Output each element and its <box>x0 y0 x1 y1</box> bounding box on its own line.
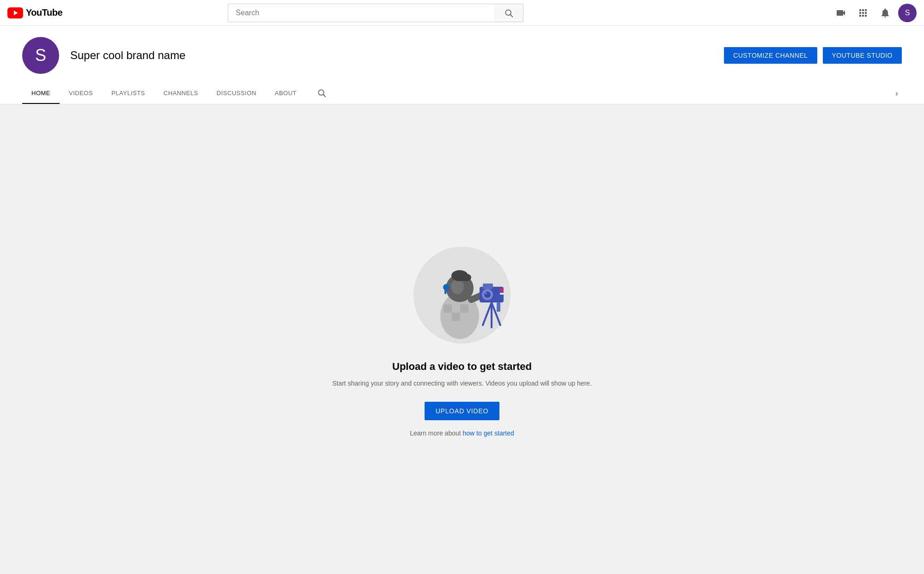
tab-channels[interactable]: CHANNELS <box>154 83 207 104</box>
search-tabs-icon <box>317 88 326 97</box>
svg-rect-24 <box>500 293 504 295</box>
svg-point-22 <box>485 292 487 294</box>
avatar-initial: S <box>905 9 910 17</box>
illustration <box>411 244 513 346</box>
upload-video-button[interactable] <box>832 4 850 22</box>
empty-state-description: Start sharing your story and connecting … <box>332 378 592 388</box>
search-bar <box>228 4 523 22</box>
svg-line-3 <box>511 14 513 17</box>
svg-point-17 <box>462 274 471 281</box>
channel-avatar: S <box>22 37 59 74</box>
svg-rect-13 <box>460 313 468 321</box>
tab-videos[interactable]: VIDEOS <box>60 83 102 104</box>
channel-tabs: HOME VIDEOS PLAYLISTS CHANNELS DISCUSSIO… <box>22 83 902 104</box>
videographer-illustration <box>411 244 513 346</box>
search-input[interactable] <box>228 4 494 22</box>
header-actions: S <box>832 4 917 22</box>
youtube-studio-button[interactable]: YOUTUBE STUDIO <box>823 47 902 64</box>
apps-icon <box>857 7 869 18</box>
learn-more-link[interactable]: how to get started <box>463 429 514 437</box>
svg-rect-10 <box>460 304 468 313</box>
youtube-icon <box>7 7 23 18</box>
svg-rect-9 <box>452 304 460 313</box>
main-content: Upload a video to get started Start shar… <box>0 104 924 574</box>
tab-playlists[interactable]: PLAYLISTS <box>102 83 154 104</box>
apps-button[interactable] <box>854 4 872 22</box>
youtube-logo[interactable]: YouTube <box>7 7 63 18</box>
tabs-search-icon[interactable] <box>310 84 334 104</box>
empty-state-title: Upload a video to get started <box>392 361 532 373</box>
svg-rect-25 <box>497 302 500 312</box>
youtube-text: YouTube <box>26 7 62 18</box>
svg-rect-30 <box>444 285 446 294</box>
tab-about[interactable]: ABOUT <box>266 83 306 104</box>
svg-line-5 <box>323 94 326 97</box>
bell-icon <box>880 7 891 18</box>
site-header: YouTube <box>0 0 924 26</box>
tab-discussion[interactable]: DISCUSSION <box>207 83 266 104</box>
notifications-button[interactable] <box>876 4 894 22</box>
svg-rect-12 <box>452 313 460 321</box>
channel-info: S Super cool brand name CUSTOMIZE CHANNE… <box>22 37 902 83</box>
channel-name: Super cool brand name <box>70 49 713 62</box>
svg-rect-19 <box>483 284 493 289</box>
user-avatar-button[interactable]: S <box>898 4 917 22</box>
channel-header: S Super cool brand name CUSTOMIZE CHANNE… <box>0 26 924 104</box>
svg-point-15 <box>451 279 464 294</box>
learn-more-text: Learn more about how to get started <box>410 429 514 437</box>
svg-point-21 <box>484 291 491 298</box>
svg-rect-23 <box>500 289 504 291</box>
svg-rect-8 <box>444 304 452 313</box>
channel-actions: CUSTOMIZE CHANNEL YOUTUBE STUDIO <box>724 47 902 64</box>
camera-icon <box>835 7 846 18</box>
customize-channel-button[interactable]: CUSTOMIZE CHANNEL <box>724 47 817 64</box>
tab-home[interactable]: HOME <box>22 83 60 104</box>
empty-state: Upload a video to get started Start shar… <box>332 244 592 436</box>
svg-rect-11 <box>444 313 452 321</box>
upload-video-button[interactable]: UPLOAD VIDEO <box>425 402 500 420</box>
search-icon <box>504 8 513 18</box>
search-button[interactable] <box>494 4 523 22</box>
tabs-more-arrow[interactable]: › <box>892 85 902 102</box>
channel-avatar-initial: S <box>35 46 46 65</box>
